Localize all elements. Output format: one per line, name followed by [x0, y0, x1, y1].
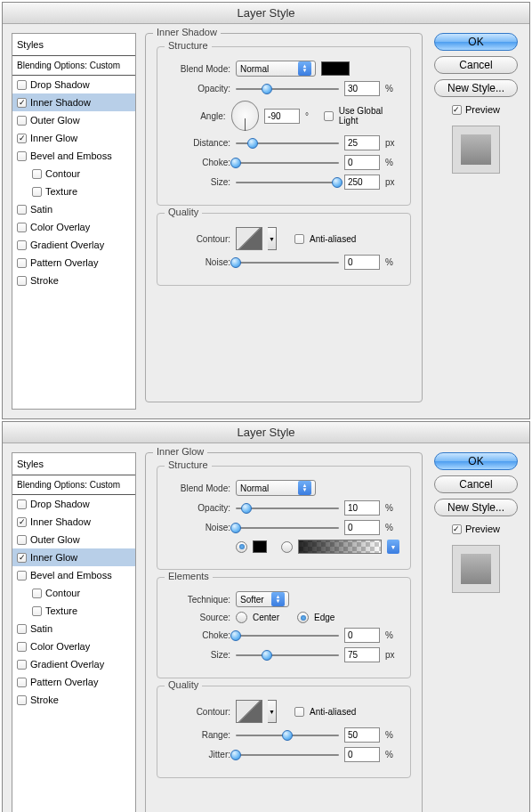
choke-slider[interactable]	[236, 630, 339, 641]
choke-input[interactable]	[344, 628, 380, 643]
color-radio[interactable]	[236, 541, 247, 553]
gradient-radio[interactable]	[281, 541, 293, 553]
new-style-button[interactable]: New Style...	[434, 499, 518, 516]
style-checkbox[interactable]	[17, 151, 27, 161]
angle-dial[interactable]	[231, 101, 260, 131]
sidebar-header[interactable]: Styles	[12, 453, 135, 475]
style-checkbox[interactable]	[32, 606, 42, 616]
sidebar-item-color-overlay[interactable]: Color Overlay	[12, 637, 135, 655]
opacity-input[interactable]	[344, 81, 380, 96]
chevron-down-icon[interactable]: ▼	[268, 227, 277, 250]
style-checkbox[interactable]	[17, 642, 27, 652]
sidebar-item-bevel-and-emboss[interactable]: Bevel and Emboss	[12, 147, 135, 165]
ok-button[interactable]: OK	[434, 452, 518, 470]
style-checkbox[interactable]	[17, 660, 27, 670]
sidebar-item-inner-shadow[interactable]: Inner Shadow	[12, 513, 135, 531]
style-checkbox[interactable]	[32, 169, 42, 179]
source-center-radio[interactable]	[236, 612, 247, 623]
sidebar-item-texture[interactable]: Texture	[12, 183, 135, 200]
style-checkbox[interactable]	[32, 589, 42, 598]
new-style-button[interactable]: New Style...	[434, 79, 518, 97]
contour-picker[interactable]	[236, 700, 262, 723]
style-checkbox[interactable]	[17, 98, 27, 108]
choke-slider[interactable]	[236, 158, 339, 168]
distance-slider[interactable]	[236, 138, 339, 149]
jitter-input[interactable]	[344, 747, 380, 762]
size-input[interactable]	[344, 175, 380, 190]
style-checkbox[interactable]	[17, 80, 27, 90]
glow-color-swatch[interactable]	[253, 540, 267, 553]
noise-input[interactable]	[344, 520, 380, 535]
sidebar-item-outer-glow[interactable]: Outer Glow	[12, 111, 135, 129]
sidebar-item-texture[interactable]: Texture	[12, 602, 135, 620]
style-checkbox[interactable]	[17, 240, 27, 250]
sidebar-item-drop-shadow[interactable]: Drop Shadow	[12, 76, 135, 93]
sidebar-item-satin[interactable]: Satin	[12, 200, 135, 218]
style-checkbox[interactable]	[17, 276, 27, 286]
sidebar-item-pattern-overlay[interactable]: Pattern Overlay	[12, 673, 135, 691]
blend-mode-select[interactable]: Normal▲▼	[236, 480, 316, 496]
antialiased-checkbox[interactable]	[294, 707, 304, 717]
style-checkbox[interactable]	[17, 258, 27, 268]
blend-mode-select[interactable]: Normal▲▼	[236, 61, 316, 77]
style-checkbox[interactable]	[17, 116, 27, 126]
sidebar-item-inner-glow[interactable]: Inner Glow	[12, 548, 135, 566]
cancel-button[interactable]: Cancel	[434, 475, 518, 493]
sidebar-header[interactable]: Styles	[12, 34, 135, 56]
sidebar-item-gradient-overlay[interactable]: Gradient Overlay	[12, 655, 135, 673]
angle-input[interactable]	[264, 109, 300, 124]
style-checkbox[interactable]	[17, 624, 27, 634]
noise-input[interactable]	[344, 255, 380, 270]
ok-button[interactable]: OK	[434, 33, 518, 51]
sidebar-item-color-overlay[interactable]: Color Overlay	[12, 218, 135, 236]
source-edge-radio[interactable]	[297, 612, 309, 623]
jitter-slider[interactable]	[236, 750, 339, 760]
contour-picker[interactable]	[236, 227, 262, 250]
sidebar-item-inner-shadow[interactable]: Inner Shadow	[12, 93, 135, 111]
style-checkbox[interactable]	[17, 553, 27, 563]
noise-slider[interactable]	[236, 523, 339, 533]
size-slider[interactable]	[236, 177, 339, 188]
sidebar-item-pattern-overlay[interactable]: Pattern Overlay	[12, 254, 135, 272]
sidebar-item-bevel-and-emboss[interactable]: Bevel and Emboss	[12, 566, 135, 584]
blending-options[interactable]: Blending Options: Custom	[12, 56, 135, 76]
chevron-down-icon[interactable]: ▼	[387, 540, 399, 554]
sidebar-item-contour[interactable]: Contour	[12, 584, 135, 602]
sidebar-item-stroke[interactable]: Stroke	[12, 272, 135, 289]
style-checkbox[interactable]	[17, 571, 27, 581]
sidebar-item-outer-glow[interactable]: Outer Glow	[12, 531, 135, 548]
style-checkbox[interactable]	[32, 187, 42, 197]
style-checkbox[interactable]	[17, 205, 27, 215]
style-checkbox[interactable]	[17, 678, 27, 687]
cancel-button[interactable]: Cancel	[434, 56, 518, 74]
distance-input[interactable]	[344, 135, 380, 150]
global-light-checkbox[interactable]	[324, 111, 334, 121]
size-slider[interactable]	[236, 650, 339, 661]
choke-input[interactable]	[344, 155, 380, 170]
preview-checkbox[interactable]	[452, 105, 462, 115]
sidebar-item-inner-glow[interactable]: Inner Glow	[12, 129, 135, 147]
antialiased-checkbox[interactable]	[294, 234, 304, 244]
sidebar-item-contour[interactable]: Contour	[12, 165, 135, 183]
technique-select[interactable]: Softer▲▼	[236, 591, 289, 607]
range-slider[interactable]	[236, 730, 339, 741]
sidebar-item-drop-shadow[interactable]: Drop Shadow	[12, 495, 135, 513]
opacity-slider[interactable]	[236, 503, 339, 514]
sidebar-item-satin[interactable]: Satin	[12, 620, 135, 637]
gradient-picker[interactable]	[298, 540, 382, 554]
style-checkbox[interactable]	[17, 134, 27, 143]
noise-slider[interactable]	[236, 257, 339, 268]
style-checkbox[interactable]	[17, 223, 27, 232]
opacity-slider[interactable]	[236, 84, 339, 94]
style-checkbox[interactable]	[17, 499, 27, 509]
size-input[interactable]	[344, 647, 380, 662]
sidebar-item-gradient-overlay[interactable]: Gradient Overlay	[12, 236, 135, 254]
shadow-color-swatch[interactable]	[321, 61, 350, 76]
style-checkbox[interactable]	[17, 517, 27, 527]
chevron-down-icon[interactable]: ▼	[268, 700, 277, 723]
blending-options[interactable]: Blending Options: Custom	[12, 475, 135, 495]
preview-checkbox[interactable]	[452, 524, 462, 534]
style-checkbox[interactable]	[17, 535, 27, 545]
style-checkbox[interactable]	[17, 695, 27, 705]
opacity-input[interactable]	[344, 500, 380, 516]
